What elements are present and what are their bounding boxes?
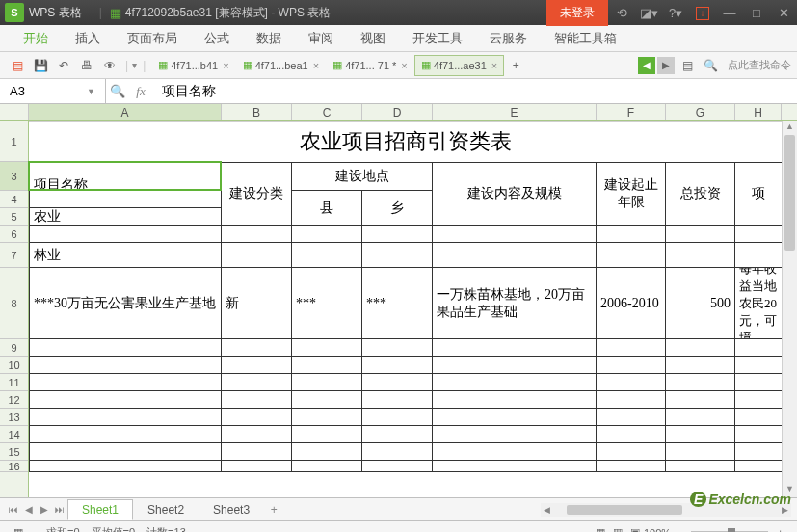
- status-doc-icon[interactable]: ▦: [13, 526, 23, 532]
- cell[interactable]: [433, 409, 597, 426]
- skin-icon[interactable]: ◪▾: [635, 6, 662, 20]
- preview-icon[interactable]: 👁: [100, 56, 120, 75]
- cell[interactable]: [362, 409, 433, 426]
- cell[interactable]: 项目名称: [29, 162, 222, 208]
- cell[interactable]: 乡: [362, 191, 433, 226]
- zoom-in-icon[interactable]: +: [778, 527, 784, 533]
- row-header[interactable]: 10: [0, 357, 28, 374]
- col-header[interactable]: H: [735, 104, 782, 120]
- formula-input[interactable]: 项目名称: [152, 83, 797, 100]
- cell[interactable]: [735, 243, 782, 268]
- cell[interactable]: 县: [292, 191, 362, 226]
- cell[interactable]: [362, 443, 433, 461]
- cell[interactable]: [433, 391, 597, 409]
- tab-next-icon[interactable]: ▶: [657, 57, 675, 74]
- cell[interactable]: [362, 426, 433, 443]
- cell[interactable]: [433, 461, 597, 472]
- cell[interactable]: [292, 409, 362, 426]
- cell[interactable]: 林业: [29, 243, 222, 268]
- sync-icon[interactable]: ⟲: [608, 6, 635, 20]
- maximize-button[interactable]: □: [743, 6, 770, 20]
- cell[interactable]: 一万株苗林基地，20万亩果品生产基础: [433, 268, 597, 339]
- cell[interactable]: [222, 426, 292, 443]
- file-tab[interactable]: ▦4f71... 71 *×: [326, 55, 414, 76]
- cell[interactable]: [29, 461, 222, 472]
- cell[interactable]: [666, 443, 735, 461]
- cell[interactable]: [735, 357, 782, 374]
- cell[interactable]: [666, 243, 735, 268]
- cell[interactable]: [433, 443, 597, 461]
- cell[interactable]: [666, 461, 735, 472]
- search-placeholder[interactable]: 点此查找命令: [728, 58, 791, 72]
- cell[interactable]: 项: [735, 162, 782, 226]
- cell[interactable]: [222, 339, 292, 357]
- close-tab-icon[interactable]: ×: [491, 60, 497, 71]
- col-header[interactable]: B: [222, 104, 292, 120]
- cell[interactable]: [362, 391, 433, 409]
- cell[interactable]: [597, 226, 666, 243]
- file-tab-active[interactable]: ▦4f71...ae31×: [414, 55, 505, 76]
- scroll-up-icon[interactable]: ▲: [783, 121, 797, 135]
- menu-tools[interactable]: 智能工具箱: [541, 30, 630, 47]
- cell[interactable]: [597, 374, 666, 391]
- cell[interactable]: 新: [222, 268, 292, 339]
- cell[interactable]: [222, 226, 292, 243]
- cell[interactable]: [597, 391, 666, 409]
- cell[interactable]: [29, 339, 222, 357]
- cell[interactable]: 2006-2010: [597, 268, 666, 339]
- row-header[interactable]: 6: [0, 226, 28, 243]
- row-header[interactable]: 11: [0, 374, 28, 391]
- view-page-icon[interactable]: ▥: [613, 526, 623, 532]
- tab-prev-icon[interactable]: ◀: [638, 57, 655, 74]
- cell[interactable]: [222, 391, 292, 409]
- list-icon[interactable]: ▤: [677, 56, 697, 75]
- cell[interactable]: [666, 409, 735, 426]
- menu-insert[interactable]: 插入: [62, 30, 114, 47]
- menu-start[interactable]: 开始: [10, 30, 62, 47]
- login-button[interactable]: 未登录: [546, 0, 608, 26]
- menu-review[interactable]: 审阅: [295, 30, 347, 47]
- zoom-out-icon[interactable]: −: [675, 527, 680, 533]
- cell[interactable]: [292, 357, 362, 374]
- cell[interactable]: [735, 226, 782, 243]
- add-tab-icon[interactable]: +: [506, 56, 525, 75]
- cell[interactable]: [597, 426, 666, 443]
- cell[interactable]: [666, 391, 735, 409]
- cell[interactable]: [433, 357, 597, 374]
- sheet-first-icon[interactable]: ⏮: [6, 504, 21, 515]
- cell[interactable]: [292, 391, 362, 409]
- cell[interactable]: [29, 391, 222, 409]
- save-icon[interactable]: 💾: [31, 56, 50, 75]
- cell[interactable]: [735, 443, 782, 461]
- cell-grid[interactable]: 农业项目招商引资类表 项目名称 建设分类 建设地点 县 乡 建设内容及规模 建设…: [29, 121, 797, 497]
- col-header[interactable]: E: [433, 104, 597, 120]
- col-header[interactable]: A: [29, 104, 222, 120]
- cell[interactable]: [292, 461, 362, 472]
- cell[interactable]: [666, 357, 735, 374]
- cell[interactable]: [666, 374, 735, 391]
- row-header[interactable]: 3: [0, 162, 28, 191]
- cell[interactable]: [597, 357, 666, 374]
- close-tab-icon[interactable]: ×: [223, 60, 228, 71]
- cell[interactable]: 每年收益当地农民20元，可境: [735, 268, 782, 339]
- sheet-tab[interactable]: Sheet3: [199, 499, 264, 520]
- cell[interactable]: [666, 339, 735, 357]
- new-icon[interactable]: ▤: [8, 56, 27, 75]
- cell[interactable]: [597, 243, 666, 268]
- cell[interactable]: [29, 443, 222, 461]
- vertical-scrollbar[interactable]: ▲ ▼: [782, 121, 797, 497]
- scroll-thumb[interactable]: [784, 135, 795, 251]
- cell[interactable]: 建设起止年限: [597, 162, 666, 226]
- row-header[interactable]: 1: [0, 121, 28, 162]
- minimize-button[interactable]: —: [716, 6, 743, 20]
- menu-layout[interactable]: 页面布局: [114, 30, 191, 47]
- col-header[interactable]: D: [362, 104, 433, 120]
- fx-icon[interactable]: fx: [129, 84, 152, 99]
- cell[interactable]: [222, 374, 292, 391]
- cell[interactable]: [433, 426, 597, 443]
- formula-search-icon[interactable]: 🔍: [106, 84, 129, 98]
- row-header[interactable]: 7: [0, 243, 28, 268]
- cell[interactable]: [433, 374, 597, 391]
- undo-icon[interactable]: ↶: [54, 56, 73, 75]
- help-icon[interactable]: ?▾: [662, 6, 689, 20]
